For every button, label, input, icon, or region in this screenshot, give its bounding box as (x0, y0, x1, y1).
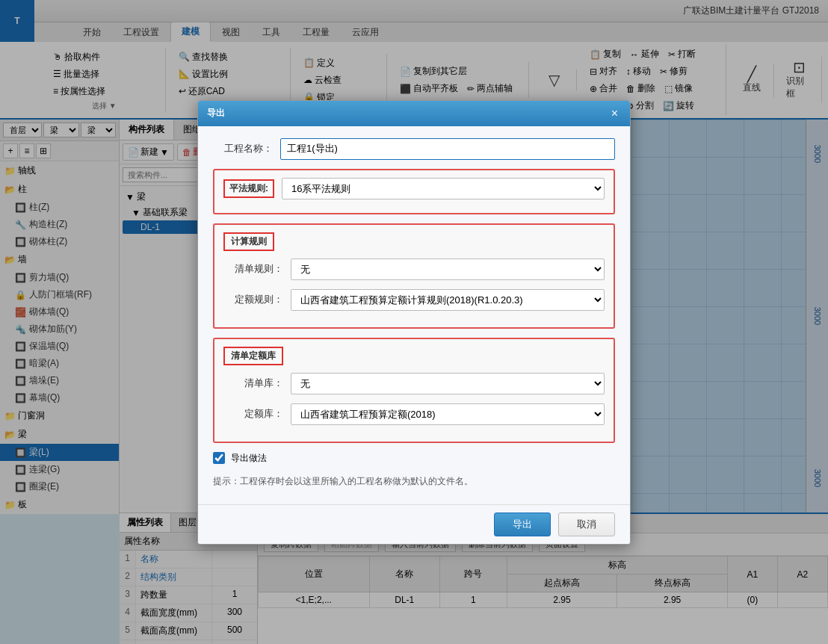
qingdan-dinge-section-label: 清单定额库 (223, 347, 283, 365)
qingdan-ku-select[interactable]: 无 (291, 373, 605, 394)
dinge-select[interactable]: 山西省建筑工程预算定额计算规则(2018)(R1.0.20.3) (291, 289, 605, 311)
export-method-label: 导出做法 (231, 452, 267, 465)
project-name-label: 工程名称： (213, 142, 273, 155)
pingfa-select[interactable]: 16系平法规则 (282, 178, 605, 199)
export-btn[interactable]: 导出 (494, 513, 551, 536)
dialog-footer: 导出 取消 (198, 504, 630, 544)
dinge-row: 定额规则： 山西省建筑工程预算定额计算规则(2018)(R1.0.20.3) (223, 289, 605, 311)
qingdan-row: 清单规则： 无 (223, 258, 605, 280)
qingdan-select[interactable]: 无 (291, 258, 605, 280)
dialog-hint: 提示：工程保存时会以这里所输入的工程名称做为默认的文件名。 (213, 471, 615, 492)
dialog-title: 导出 (207, 107, 225, 120)
project-name-input[interactable] (280, 138, 615, 160)
pingfa-section: 平法规则: 16系平法规则 (213, 169, 615, 214)
dialog-overlay: 导出 × 工程名称： 平法规则: 16系平法规则 (0, 0, 828, 644)
pingfa-header-row: 平法规则: 16系平法规则 (223, 178, 605, 199)
qingdan-label: 清单规则： (223, 262, 283, 276)
export-method-checkbox[interactable] (213, 452, 225, 464)
dinge-ku-select[interactable]: 山西省建筑工程预算定额(2018) (291, 403, 605, 425)
dialog-close-btn[interactable]: × (608, 107, 621, 120)
qingdan-ku-row: 清单库： 无 (223, 373, 605, 394)
export-dialog: 导出 × 工程名称： 平法规则: 16系平法规则 (197, 100, 631, 545)
dialog-header: 导出 × (198, 101, 630, 126)
project-name-row: 工程名称： (213, 138, 615, 160)
dinge-ku-label: 定额库： (223, 407, 283, 421)
qingdan-ku-label: 清单库： (223, 377, 283, 390)
pingfa-section-label: 平法规则: (223, 179, 274, 198)
dinge-ku-row: 定额库： 山西省建筑工程预算定额(2018) (223, 403, 605, 425)
calculation-section-label: 计算规则 (223, 232, 274, 251)
qingdan-dinge-section: 清单定额库 清单库： 无 定额库： 山西省建筑工程预算定额(2018) (213, 338, 615, 443)
dialog-body: 工程名称： 平法规则: 16系平法规则 计算规则 (198, 126, 630, 504)
cancel-btn[interactable]: 取消 (558, 513, 615, 536)
calculation-section: 计算规则 清单规则： 无 定额规则： 山西省建筑工程预算定额计算规则(2018)… (213, 223, 615, 329)
export-method-row: 导出做法 (213, 452, 615, 465)
dinge-label: 定额规则： (223, 293, 283, 306)
